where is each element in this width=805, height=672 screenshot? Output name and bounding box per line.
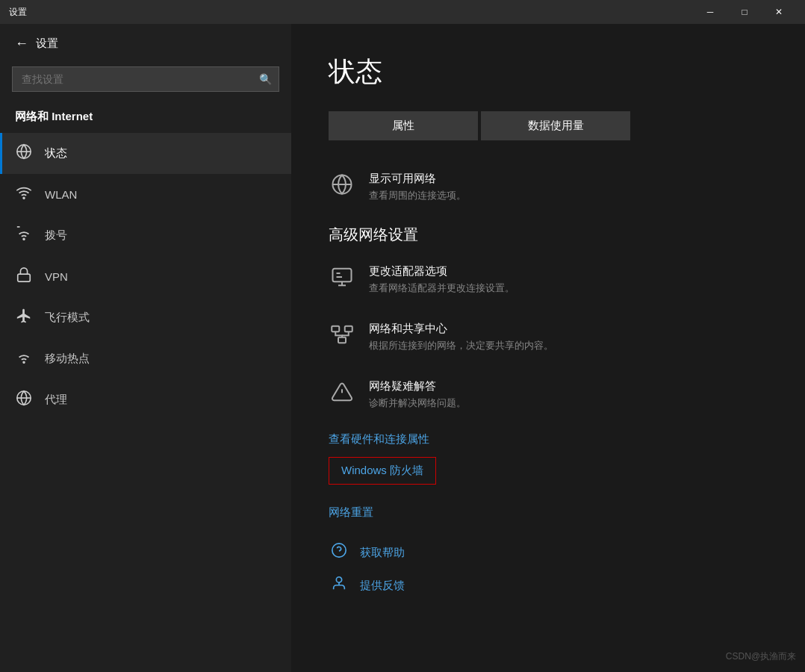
page-title: 状态 [329,54,768,90]
svg-point-2 [23,197,25,199]
svg-point-3 [23,238,25,240]
svg-rect-14 [332,326,339,332]
adapter-options-item[interactable]: 更改适配器选项 查看网络适配器并更改连接设置。 [329,260,768,299]
dialup-icon [15,225,33,246]
sharing-center-desc: 根据所连接到的网络，决定要共享的内容。 [369,339,553,352]
sidebar-item-proxy[interactable]: 代理 [0,379,291,420]
status-label: 状态 [45,146,67,161]
sidebar-item-wlan[interactable]: WLAN [0,174,291,215]
back-button[interactable]: ← 设置 [0,24,291,63]
close-button[interactable]: ✕ [762,0,796,24]
search-container: 🔍 [12,66,279,92]
get-help-label: 获取帮助 [360,546,405,560]
dialup-label: 拨号 [45,228,67,243]
svg-point-6 [23,361,25,363]
airplane-label: 飞行模式 [45,311,90,325]
svg-point-21 [336,577,341,582]
minimize-button[interactable]: ─ [693,0,727,24]
troubleshoot-desc: 诊断并解决网络问题。 [369,396,466,410]
network-reset-link[interactable]: 网络重置 [329,505,768,520]
monitor-icon [329,266,355,293]
feedback-label: 提供反馈 [360,579,405,593]
maximize-button[interactable]: □ [727,0,762,24]
sidebar: ← 设置 🔍 网络和 Internet 状态 [0,24,291,672]
troubleshoot-item[interactable]: 网络疑难解答 诊断并解决网络问题。 [329,375,768,414]
sharing-center-item[interactable]: 网络和共享中心 根据所连接到的网络，决定要共享的内容。 [329,317,768,357]
titlebar-controls: ─ □ ✕ [693,0,796,24]
hotspot-label: 移动热点 [45,352,90,366]
wifi-icon [15,184,33,205]
main-content: 状态 属性 数据使用量 显示可用网络 查看周围的连接选项。 高级网络设置 [291,24,805,672]
sidebar-item-status[interactable]: 状态 [0,133,291,174]
globe-network-icon [329,173,355,201]
warning-icon [329,381,355,408]
properties-button[interactable]: 属性 [329,111,478,140]
titlebar: 设置 ─ □ ✕ [0,0,805,24]
adapter-options-desc: 查看网络适配器并更改连接设置。 [369,281,515,295]
app-container: ← 设置 🔍 网络和 Internet 状态 [0,24,805,672]
svg-rect-16 [338,337,346,343]
sharing-center-text: 网络和共享中心 根据所连接到的网络，决定要共享的内容。 [369,322,553,352]
sidebar-section-title: 网络和 Internet [0,104,291,133]
troubleshoot-text: 网络疑难解答 诊断并解决网络问题。 [369,379,466,410]
sidebar-item-dialup[interactable]: 拨号 [0,215,291,256]
proxy-label: 代理 [45,393,67,407]
vpn-label: VPN [45,270,68,283]
globe-icon [15,143,33,164]
adapter-options-text: 更改适配器选项 查看网络适配器并更改连接设置。 [369,264,515,295]
svg-rect-5 [18,274,31,281]
advanced-section-heading: 高级网络设置 [329,225,768,245]
data-usage-button[interactable]: 数据使用量 [481,111,630,140]
sidebar-item-airplane[interactable]: 飞行模式 [0,297,291,338]
hotspot-icon [15,349,33,369]
action-buttons: 属性 数据使用量 [329,111,768,140]
show-networks-title: 显示可用网络 [369,172,466,186]
hardware-props-link[interactable]: 查看硬件和连接属性 [329,432,768,447]
feedback-icon [329,575,349,596]
search-icon: 🔍 [259,73,272,85]
svg-rect-11 [333,269,352,282]
airplane-icon [15,308,33,328]
titlebar-title: 设置 [9,6,693,19]
troubleshoot-title: 网络疑难解答 [369,379,466,393]
svg-rect-15 [345,326,352,332]
sidebar-item-hotspot[interactable]: 移动热点 [0,338,291,379]
sidebar-title: 设置 [36,37,58,51]
wlan-label: WLAN [45,188,77,201]
help-icon [329,542,349,563]
search-input[interactable] [12,66,279,92]
vpn-icon [15,267,33,287]
show-networks-item[interactable]: 显示可用网络 查看周围的连接选项。 [329,167,768,207]
sharing-center-title: 网络和共享中心 [369,322,553,336]
proxy-icon [15,390,33,410]
feedback-item[interactable]: 提供反馈 [329,575,768,596]
sidebar-item-vpn[interactable]: VPN [0,256,291,297]
watermark: CSDN@执渔而来 [726,650,796,663]
svg-point-19 [332,544,346,557]
share-icon [329,323,355,351]
show-networks-text: 显示可用网络 查看周围的连接选项。 [369,172,466,202]
help-section: 获取帮助 提供反馈 [329,542,768,596]
show-networks-desc: 查看周围的连接选项。 [369,189,466,202]
windows-firewall-link[interactable]: Windows 防火墙 [329,457,436,485]
get-help-item[interactable]: 获取帮助 [329,542,768,563]
adapter-options-title: 更改适配器选项 [369,264,515,279]
back-arrow-icon: ← [15,36,28,52]
